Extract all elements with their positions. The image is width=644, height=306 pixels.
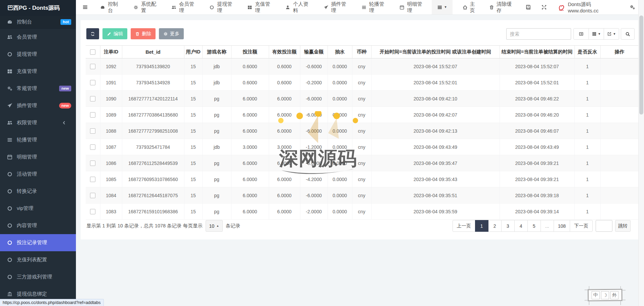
sidebar-item-activity[interactable]: 活动管理 [0,166,76,183]
select-all-checkbox[interactable] [90,49,95,55]
sidebar-item-content[interactable]: 内容管理 [0,217,76,234]
table-cell: 1083 [100,204,122,220]
page-button-5[interactable]: 5 [527,220,541,232]
page-button-2[interactable]: 2 [488,220,502,232]
scrollbar[interactable] [638,0,644,306]
refresh-button[interactable] [86,28,99,39]
pagination-info-text: 显示第 1 到第 10 条记录，总共 1078 条记录 每页显示 [86,223,203,229]
sidebar-item-withdraw[interactable]: 提现管理 [0,46,76,63]
sidebar-item-vip[interactable]: vip管理 [0,200,76,217]
row-checkbox-cell [86,123,100,139]
navbar-tab-dashboard[interactable]: 控制台 [94,0,128,14]
more-button[interactable]: 更多 [159,28,184,39]
vendor-brand[interactable]: Donts源码 www.donts.cc [558,1,619,13]
page-button-3[interactable]: 3 [501,220,515,232]
clear-cache-link[interactable]: 清除缓存 [489,1,515,14]
row-checkbox[interactable] [90,64,95,69]
browser-status-bubble: https://cp.poos.cc/donts.php/dashboard?r… [0,299,104,306]
row-checkbox-cell [86,107,100,123]
sidebar-item-convert[interactable]: 转换记录 [0,183,76,200]
columns-button[interactable]: ▼ [589,28,604,40]
table-cell: 0.0000 [328,204,352,220]
tabs-dropdown-button[interactable]: ▼ [432,0,453,14]
row-checkbox[interactable] [90,209,95,214]
navbar-tab-profile[interactable]: 个人资料 [280,0,317,14]
navbar-tab-members[interactable]: 会员管理 [166,0,204,14]
sidebar-item-auth[interactable]: 权限管理 [0,114,76,131]
sidebar-item-recharge-list[interactable]: 充值列表配置 [0,251,76,268]
table-cell: 2023-08-04 09:39:18 [500,187,574,204]
table-cell: 6.0000 [231,91,269,107]
sidebar-toggle-button[interactable] [76,0,94,14]
badge-hot: hot [60,19,71,25]
prev-page-button[interactable]: 上一页 [453,220,475,232]
table-cell: 6.0000 [269,155,300,171]
table-cell [600,75,638,91]
table-cell: -0.6000 [300,58,328,75]
table-cell: 1088 [100,123,122,139]
settings-button[interactable] [630,4,635,10]
sidebar-item-recharge[interactable]: 充值管理 [0,63,76,80]
sidebar-item-label: 权限管理 [17,120,37,126]
page-button-...[interactable]: ... [541,220,554,232]
navbar-right: ▼ 主页 清除缓存 Donts源码 www.donts.cc [432,0,644,14]
home-link[interactable]: 主页 [463,1,479,14]
delete-button[interactable]: 删除 [131,28,156,39]
row-checkbox[interactable] [90,193,95,198]
sidebar-item-bet-records[interactable]: 投注记录管理 [0,234,76,251]
row-checkbox[interactable] [90,112,95,118]
page-size-select[interactable]: 10 ▲ [206,220,223,232]
bet-records-table: 注单IDBet_id用户ID游戏名称投注额有效投注额输赢金额抽水币种开始时间=当… [86,45,638,220]
sidebar-item-general[interactable]: 常规管理new [0,80,76,97]
row-checkbox[interactable] [90,128,95,134]
sidebar-item-carousel[interactable]: 轮播管理 [0,131,76,148]
navbar-tab-plugins[interactable]: 插件管理 [318,0,356,14]
search-button[interactable] [621,28,635,40]
row-checkbox[interactable] [90,161,95,166]
sidebar-item-details[interactable]: 明细管理 [0,148,76,166]
sidebar-item-plugins[interactable]: 插件管理new [0,97,76,114]
column-header: 游戏名称 [202,46,231,58]
docs-button[interactable] [525,4,531,10]
table-cell: 0.0000 [328,171,352,187]
scrollbar-thumb[interactable] [639,15,643,115]
navbar-tab-details[interactable]: 明细管理 [394,0,432,14]
chevron-left-icon [61,120,67,126]
fullscreen-button[interactable] [541,4,547,10]
page-button-108[interactable]: 108 [554,220,570,232]
navbar-tab-withdraw[interactable]: 提现管理 [204,0,242,14]
table-cell: 15 [184,187,202,204]
table-cell: 1090 [100,91,122,107]
page-button-1[interactable]: 1 [475,220,488,232]
sidebar-item-third-games[interactable]: 三方游戏列管理 [0,268,76,286]
export-button[interactable]: ▼ [604,28,619,40]
row-checkbox[interactable] [90,96,95,101]
table-cell: 1687276126445187075 [122,187,184,204]
rocket-icon [7,103,13,108]
grid-icon [7,69,13,74]
row-checkbox[interactable] [90,177,95,182]
edit-button[interactable]: 编辑 [102,28,127,39]
table-cell: 2023-08-04 09:35:59 [371,204,500,220]
next-page-button[interactable]: 下一页 [570,220,593,232]
translate-widget[interactable]: 中☽外 [585,288,625,303]
table-cell: 6.0000 [231,204,269,220]
page-jump-button[interactable]: 跳转 [615,220,631,232]
row-checkbox[interactable] [90,80,95,85]
detail-view-button[interactable] [573,28,589,40]
page-jump-input[interactable] [596,220,612,232]
page-button-4[interactable]: 4 [514,220,528,232]
navbar-tab-carousel[interactable]: 轮播管理 [356,0,394,14]
sidebar-item-members[interactable]: 会员管理 [0,29,76,46]
gears-icon [630,4,635,10]
navbar-tab-recharge[interactable]: 充值管理 [242,0,280,14]
table-row: 1090168727771742012211415pg6.00006.0000-… [86,91,638,107]
row-checkbox[interactable] [90,144,95,150]
table-cell [600,58,638,75]
table-cell: 15 [184,123,202,139]
search-input[interactable] [506,28,571,40]
refresh-icon [90,32,95,36]
navbar-tab-system-config[interactable]: 系统配置 [128,0,166,14]
sidebar-item-dashboard[interactable]: 控制台hot [0,16,76,29]
table-cell: 6.0000 [269,107,300,123]
